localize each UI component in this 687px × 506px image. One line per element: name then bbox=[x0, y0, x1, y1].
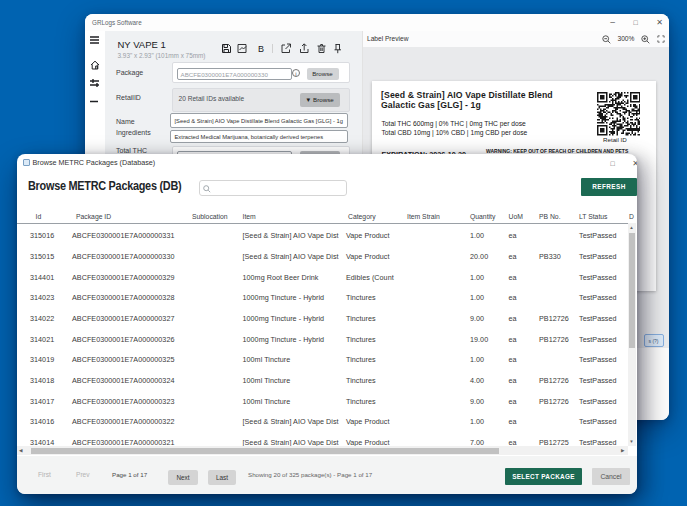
svg-text:B: B bbox=[258, 44, 264, 54]
